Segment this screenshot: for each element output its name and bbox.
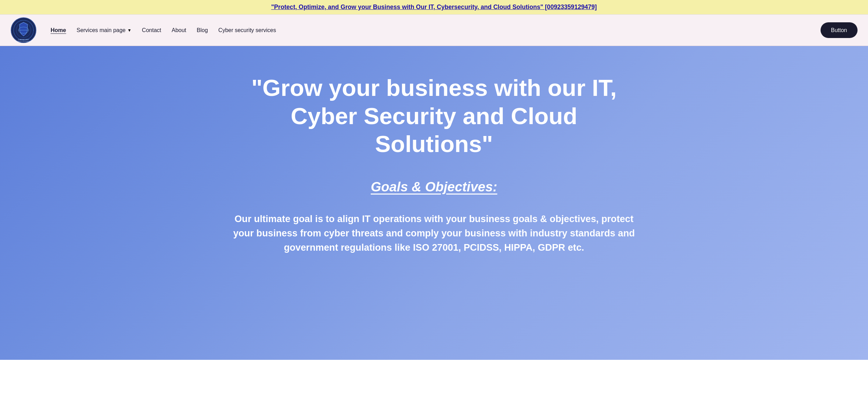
nav-link-contact[interactable]: Contact <box>142 27 161 33</box>
top-banner: "Protect, Optimize, and Grow your Busine… <box>0 0 868 15</box>
nav-item-contact[interactable]: Contact <box>142 27 161 33</box>
hero-description: Our ultimate goal is to align IT operati… <box>225 212 643 255</box>
nav-item-services[interactable]: Services main page ▼ <box>76 27 131 33</box>
hero-goals-heading: Goals & Objectives: <box>371 179 497 195</box>
hero-section: "Grow your business with our IT, Cyber S… <box>0 46 868 360</box>
hero-title: "Grow your business with our IT, Cyber S… <box>242 74 626 158</box>
nav-item-blog[interactable]: Blog <box>197 27 208 33</box>
svg-text:CYBERSECURITY: CYBERSECURITY <box>18 39 29 40</box>
navbar: CYBERSECURITY CENTER FOR BUSINESS Home S… <box>0 15 868 46</box>
nav-item-home[interactable]: Home <box>51 27 66 33</box>
nav-link-blog[interactable]: Blog <box>197 27 208 33</box>
nav-links: Home Services main page ▼ Contact About … <box>51 27 858 33</box>
svg-text:CENTER FOR BUSINESS: CENTER FOR BUSINESS <box>17 41 30 42</box>
top-banner-link[interactable]: "Protect, Optimize, and Grow your Busine… <box>271 3 597 10</box>
nav-link-services[interactable]: Services main page <box>76 27 126 33</box>
nav-link-cyber[interactable]: Cyber security services <box>218 27 276 33</box>
chevron-down-icon: ▼ <box>127 28 132 33</box>
nav-link-home[interactable]: Home <box>51 27 66 33</box>
nav-item-about[interactable]: About <box>172 27 186 33</box>
logo[interactable]: CYBERSECURITY CENTER FOR BUSINESS <box>10 17 37 43</box>
nav-item-cta[interactable]: Button <box>821 27 858 33</box>
nav-link-about[interactable]: About <box>172 27 186 33</box>
nav-cta-button[interactable]: Button <box>821 22 858 38</box>
nav-item-cyber[interactable]: Cyber security services <box>218 27 276 33</box>
